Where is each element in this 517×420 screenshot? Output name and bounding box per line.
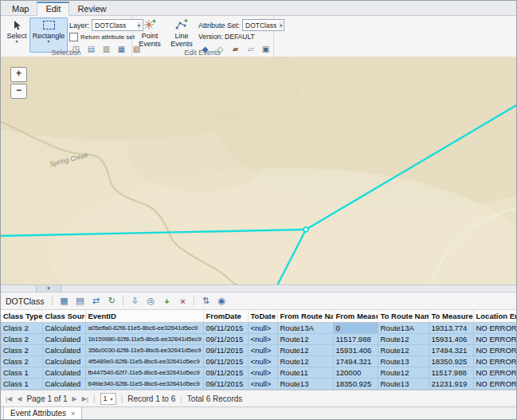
page-indicator: Page 1 of 1 — [26, 394, 67, 403]
column-eventid[interactable]: EventID — [85, 310, 203, 323]
column-from-route-name[interactable]: From Route Name — [277, 310, 333, 323]
table-row[interactable]: Class 1 Calculated fb447540-62f7-11e5-8b… — [1, 367, 517, 379]
cell: 09/11/2015 — [203, 334, 248, 345]
column-todate[interactable]: ToDate — [248, 310, 277, 323]
table-row[interactable]: Class 2 Calculated 1b159980-62f8-11e5-8b… — [1, 334, 517, 345]
attribute-set-dropdown[interactable]: DOTClass ▾ — [242, 19, 284, 31]
previous-page-button[interactable]: ◀ — [17, 395, 22, 402]
table-row[interactable]: Class 1 Calculated 64fde340-62f8-11e5-8b… — [1, 379, 517, 390]
sort-records-icon[interactable]: ⇅ — [198, 294, 213, 308]
panel-splitter[interactable]: ▼ — [1, 285, 517, 292]
cell: 11517.988 — [333, 334, 378, 345]
show-all-records-icon[interactable]: ▤ — [72, 294, 87, 308]
add-record-icon[interactable]: + — [159, 294, 174, 308]
cell: 120000 — [333, 367, 378, 379]
cell: <null> — [248, 323, 277, 334]
cell: Class 2 — [1, 334, 42, 345]
cell: Route13A — [378, 323, 429, 334]
cell: Route12 — [378, 334, 429, 345]
toolbar-separator — [123, 296, 123, 306]
select-tool-button[interactable]: Select ▾ — [4, 18, 29, 53]
column-to-measure[interactable]: To Measure — [429, 310, 473, 323]
center-on-selection-icon[interactable]: ◉ — [214, 294, 229, 308]
table-row[interactable]: Class 2 Calculated 4f5489e0-62f8-11e5-8b… — [1, 356, 517, 367]
line-events-button[interactable]: Line Events — [166, 18, 197, 53]
select-cursor-icon — [12, 18, 22, 32]
toolbar-separator — [194, 296, 194, 306]
return-attribute-set-checkbox[interactable]: Return attribute set — [69, 33, 135, 41]
cell: Calculated — [42, 379, 85, 390]
cell: <null> — [248, 367, 277, 379]
tab-map[interactable]: Map — [4, 2, 37, 15]
attribute-set-label: Attribute Set: — [198, 22, 240, 29]
map-canvas: Spring Creek — [1, 57, 517, 285]
cell: 17494.321 — [333, 356, 378, 367]
cell: Route12 — [277, 345, 333, 356]
column-from-measure[interactable]: From Measure — [333, 310, 378, 323]
first-page-button[interactable]: |◀ — [6, 395, 12, 402]
cell: Calculated — [42, 367, 85, 379]
layer-dropdown-value: DOTClass — [95, 22, 126, 29]
tab-event-attributes[interactable]: Event Attributes × — [3, 407, 82, 420]
cell: 09/11/2015 — [203, 323, 248, 334]
refresh-icon[interactable]: ↻ — [104, 294, 119, 308]
close-icon[interactable]: × — [71, 410, 75, 418]
column-location-error[interactable]: Location Error — [473, 310, 517, 323]
group-label-selection: Selection — [1, 49, 131, 57]
column-class-type[interactable]: Class Type — [1, 310, 42, 323]
point-events-label: Point Events — [135, 32, 164, 49]
cell: 21231.919 — [429, 379, 473, 390]
cell: <null> — [248, 334, 277, 345]
event-editor-window: Map Edit Review Select ▾ Rectangle ▾ L — [0, 0, 517, 420]
point-events-button[interactable]: Point Events — [135, 18, 165, 53]
switch-selection-icon[interactable]: ⇄ — [88, 294, 103, 308]
cell: NO ERROR — [473, 323, 517, 334]
cell: Route13 — [378, 379, 429, 390]
cell: <null> — [248, 345, 277, 356]
cell: Route12 — [378, 345, 429, 356]
cell: NO ERROR — [473, 345, 517, 356]
cell: Route12 — [277, 356, 333, 367]
page-size-dropdown[interactable]: 1 ▾ — [100, 393, 116, 405]
cell: Route13 — [378, 356, 429, 367]
cell: Route11 — [277, 367, 333, 379]
attribute-table-toolbar: DOTClass ▦ ▤ ⇄ ↻ ⇩ ◎ + × ⇅ ◉ — [1, 292, 517, 310]
pagination-separator: | — [93, 394, 96, 403]
column-class-source[interactable]: Class Source — [42, 310, 85, 323]
checkbox-icon — [69, 33, 78, 41]
cell: NO ERROR — [473, 334, 517, 345]
cell: NO ERROR — [473, 356, 517, 367]
save-edits-icon[interactable]: ⇩ — [127, 294, 142, 308]
map-view[interactable]: Spring Creek + − — [1, 57, 517, 285]
table-pagination: |◀ ◀ Page 1 of 1 ▶ ▶| | 1 ▾ | Record 1 t… — [1, 390, 517, 406]
table-row[interactable]: Class 2 Calculated a05effa0-62f8-11e5-8b… — [1, 323, 517, 334]
delete-record-icon[interactable]: × — [175, 294, 190, 308]
rectangle-marquee-icon — [43, 18, 55, 32]
show-selected-records-icon[interactable]: ▦ — [57, 294, 71, 308]
next-page-button[interactable]: ▶ — [72, 395, 77, 402]
cell: Route13A — [277, 323, 333, 334]
cell: Calculated — [42, 334, 85, 345]
rectangle-select-button[interactable]: Rectangle ▾ — [29, 18, 68, 53]
cell: 15931.406 — [333, 345, 378, 356]
collapse-panel-tab[interactable]: ▼ — [36, 285, 61, 292]
cell: 18350.925 — [429, 356, 473, 367]
zoom-to-selection-icon[interactable]: ◎ — [143, 294, 158, 308]
cell: 09/11/2015 — [203, 345, 248, 356]
toolbar-separator — [52, 296, 53, 306]
column-to-route-name[interactable]: To Route Name — [378, 310, 429, 323]
tab-review[interactable]: Review — [69, 2, 114, 15]
column-fromdate[interactable]: FromDate — [203, 310, 248, 323]
zoom-in-button[interactable]: + — [10, 67, 27, 82]
route-junction-marker[interactable] — [304, 227, 308, 232]
tab-edit[interactable]: Edit — [37, 2, 69, 16]
chevron-down-icon: ▾ — [279, 22, 283, 29]
zoom-out-button[interactable]: − — [10, 84, 27, 99]
map-zoom-control: + − — [10, 67, 27, 100]
last-page-button[interactable]: ▶| — [82, 395, 88, 402]
ribbon-group-selection: Select ▾ Rectangle ▾ Layer: DOTClass ▾ R… — [1, 16, 132, 57]
attribute-set-dropdown-value: DOTClass — [245, 22, 276, 29]
cell: Class 1 — [1, 379, 42, 390]
table-row[interactable]: Class 2 Calculated 356c0030-62f8-11e5-8b… — [1, 345, 517, 356]
cell: Class 2 — [1, 345, 42, 356]
